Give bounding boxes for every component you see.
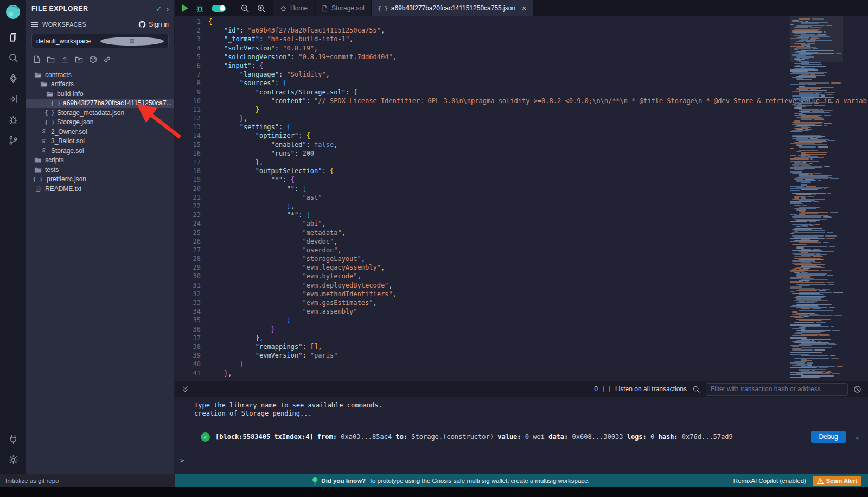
editor-line[interactable]: 27 "userdoc",: [175, 246, 868, 254]
editor-line[interactable]: 18 "outputSelection": {: [175, 167, 868, 175]
editor-line[interactable]: 32 "evm.methodIdentifiers",: [175, 290, 868, 298]
listen-checkbox[interactable]: [603, 386, 610, 392]
tree-item-scripts[interactable]: scripts: [26, 156, 174, 165]
new-file-icon[interactable]: [33, 55, 41, 63]
editor-line[interactable]: 19 "*": {: [175, 175, 868, 184]
editor-line[interactable]: 30 "evm.bytecode",: [175, 272, 868, 281]
editor-line[interactable]: 20 "": [: [175, 184, 868, 193]
editor-line[interactable]: 5 "solcLongVersion": "0.8.19+commit.7dd6…: [175, 53, 868, 61]
editor-line[interactable]: 12 },: [175, 114, 868, 123]
editor-line[interactable]: 16 "runs": 200: [175, 149, 868, 158]
terminal-search-icon[interactable]: [692, 385, 700, 393]
settings-gear-icon[interactable]: [0, 449, 26, 470]
code-editor[interactable]: 1{2 "id": "a69b43f277ba20fcac141151250ca…: [175, 16, 868, 381]
terminal-output[interactable]: Type the library name to see available c…: [175, 397, 868, 474]
scam-alert-badge[interactable]: Scam Alert: [813, 476, 861, 486]
tree-item-Storage.json[interactable]: { }Storage.json: [26, 118, 174, 128]
search-icon[interactable]: [0, 47, 26, 68]
tree-item-build-info[interactable]: build-info: [26, 89, 174, 99]
editor-line[interactable]: 31 "evm.deployedBytecode",: [175, 281, 868, 290]
editor-line[interactable]: 9 "contracts/Storage.sol": {: [175, 88, 868, 97]
editor-line[interactable]: 25 "metadata",: [175, 228, 868, 237]
editor-line[interactable]: 3 "_format": "hh-sol-build-info-1",: [175, 35, 868, 43]
editor-line[interactable]: 37 },: [175, 334, 868, 342]
editor-line[interactable]: 2 "id": "a69b43f277ba20fcac141151250ca75…: [175, 26, 868, 35]
debugger-icon[interactable]: [0, 109, 26, 130]
tree-item-a69b43f277ba20fcac141151250ca7...[interactable]: { }a69b43f277ba20fcac141151250ca7...: [26, 99, 174, 109]
editor-line[interactable]: 21 "ast": [175, 193, 868, 202]
file-icon: [321, 5, 328, 12]
upload-folder-icon[interactable]: [75, 55, 83, 63]
panel-chevron-icon[interactable]: ›: [167, 5, 169, 13]
debug-bug-icon[interactable]: [195, 4, 205, 13]
editor-line[interactable]: 15 "enabled": false,: [175, 141, 868, 149]
editor-line[interactable]: 29 "evm.legacyAssembly",: [175, 263, 868, 272]
editor-line[interactable]: 34 "evm.assembly": [175, 307, 868, 316]
git-icon[interactable]: [0, 130, 26, 150]
tree-item-.prettierrc.json[interactable]: { }.prettierrc.json: [26, 175, 174, 184]
editor-line[interactable]: 17 },: [175, 158, 868, 167]
minimap[interactable]: [790, 16, 843, 381]
editor-line[interactable]: 36 }: [175, 325, 868, 334]
debug-button[interactable]: Debug: [811, 431, 845, 443]
link-icon[interactable]: [103, 55, 111, 63]
tree-item-README.txt[interactable]: README.txt: [26, 184, 174, 194]
editor-line[interactable]: 4 "solcVersion": "0.8.19",: [175, 44, 868, 53]
clear-console-icon[interactable]: [853, 385, 861, 393]
tree-item-3_Ballot.sol[interactable]: S3_Ballot.sol: [26, 137, 174, 146]
editor-line[interactable]: 8 "sources": {: [175, 79, 868, 87]
copilot-status[interactable]: RemixAI Copilot (enabled): [733, 477, 806, 484]
tree-item-contracts[interactable]: contracts: [26, 70, 174, 80]
workspace-select[interactable]: default_workspace: [31, 34, 169, 48]
editor-line[interactable]: 14 "optimizer": {: [175, 131, 868, 140]
editor-line[interactable]: 24 "abi",: [175, 219, 868, 228]
transaction-filter-input[interactable]: [706, 383, 848, 396]
editor-line[interactable]: 33 "evm.gasEstimates",: [175, 298, 868, 307]
editor-line[interactable]: 10 "content": "// SPDX-License-Identifie…: [175, 97, 868, 105]
tree-item-2_Owner.sol[interactable]: S2_Owner.sol: [26, 127, 174, 137]
tree-item-Storage_metadata.json[interactable]: { }Storage_metadata.json: [26, 108, 174, 118]
editor-line[interactable]: 26 "devdoc",: [175, 237, 868, 246]
zoom-out-icon[interactable]: [240, 4, 250, 13]
editor-line[interactable]: 38 "remappings": [],: [175, 342, 868, 351]
expand-terminal-icon[interactable]: [181, 385, 189, 393]
editor-toggle[interactable]: [212, 5, 226, 12]
new-folder-icon[interactable]: [47, 55, 55, 63]
editor-line[interactable]: 41 },: [175, 369, 868, 378]
close-tab-icon[interactable]: ×: [522, 4, 526, 12]
git-init-button[interactable]: Initialize as git repo: [0, 474, 175, 487]
transaction-row[interactable]: ✓ [block:5583405 txIndex:4] from: 0xa03.…: [201, 431, 868, 443]
editor-line[interactable]: 28 "storageLayout",: [175, 254, 868, 263]
terminal-prompt[interactable]: >: [180, 457, 868, 464]
editor-line[interactable]: 23 "*": [: [175, 211, 868, 219]
tx-expand-icon[interactable]: ⌄: [856, 433, 859, 441]
solidity-compiler-icon[interactable]: [0, 68, 26, 88]
editor-line[interactable]: 35 ]: [175, 316, 868, 324]
status-bar: Initialize as git repo Did you know? To …: [0, 474, 868, 487]
editor-line[interactable]: 39 "evmVersion": "paris": [175, 351, 868, 360]
plugin-manager-icon[interactable]: [0, 429, 26, 449]
editor-line[interactable]: 22 ],: [175, 202, 868, 211]
editor-line[interactable]: 40 }: [175, 360, 868, 368]
tab-a69b43f277ba20fcac141151250ca755.json[interactable]: { }a69b43f277ba20fcac141151250ca755.json…: [372, 0, 534, 16]
zoom-in-icon[interactable]: [257, 4, 266, 13]
editor-line[interactable]: 7 "language": "Solidity",: [175, 70, 868, 79]
tree-item-artifacts[interactable]: artifacts: [26, 80, 174, 90]
editor-line[interactable]: 1{: [175, 17, 868, 26]
editor-line[interactable]: 11 }: [175, 105, 868, 114]
sign-in-button[interactable]: Sign in: [138, 21, 169, 28]
tree-item-tests[interactable]: tests: [26, 165, 174, 175]
upload-file-icon[interactable]: [61, 55, 69, 63]
tree-item-Storage.sol[interactable]: SStorage.sol: [26, 146, 174, 156]
file-explorer-icon[interactable]: [0, 27, 26, 47]
tab-Storage.sol[interactable]: Storage.sol: [315, 0, 372, 16]
workspaces-menu-icon[interactable]: [31, 22, 38, 27]
editor-line[interactable]: 13 "settings": {: [175, 123, 868, 131]
ipfs-cube-icon[interactable]: [89, 55, 97, 63]
editor-line[interactable]: 6 "input": {: [175, 61, 868, 70]
workspace-options-icon[interactable]: [100, 37, 164, 46]
tab-Home[interactable]: Home: [273, 0, 315, 16]
deploy-run-icon[interactable]: [0, 88, 26, 109]
run-script-button[interactable]: [182, 4, 188, 12]
remix-logo-icon[interactable]: [4, 3, 22, 21]
